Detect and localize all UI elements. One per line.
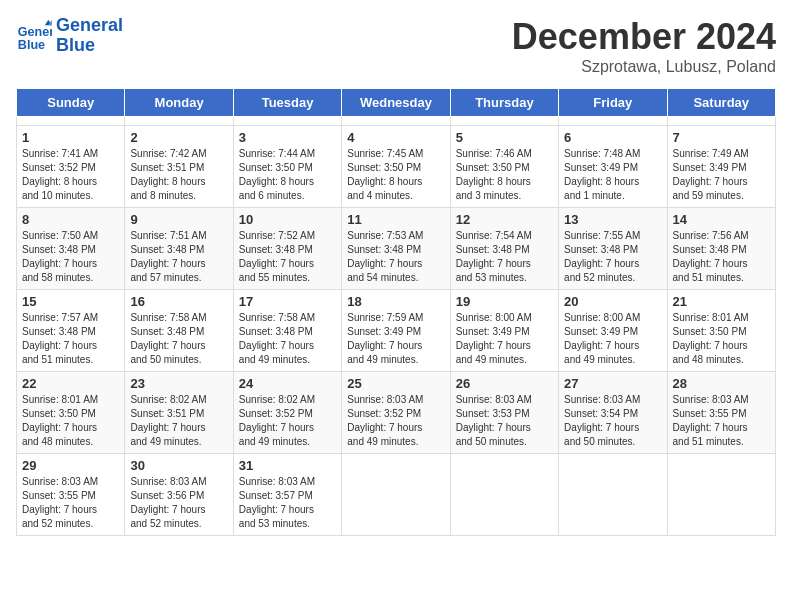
day-info: Sunrise: 7:53 AM Sunset: 3:48 PM Dayligh…: [347, 229, 444, 285]
day-info: Sunrise: 7:48 AM Sunset: 3:49 PM Dayligh…: [564, 147, 661, 203]
calendar-cell: [667, 117, 775, 126]
day-info: Sunrise: 7:51 AM Sunset: 3:48 PM Dayligh…: [130, 229, 227, 285]
day-number: 21: [673, 294, 770, 309]
day-number: 12: [456, 212, 553, 227]
calendar-week-2: 8Sunrise: 7:50 AM Sunset: 3:48 PM Daylig…: [17, 208, 776, 290]
days-header-row: SundayMondayTuesdayWednesdayThursdayFrid…: [17, 89, 776, 117]
calendar-cell: 25Sunrise: 8:03 AM Sunset: 3:52 PM Dayli…: [342, 372, 450, 454]
day-number: 23: [130, 376, 227, 391]
calendar-cell: 6Sunrise: 7:48 AM Sunset: 3:49 PM Daylig…: [559, 126, 667, 208]
calendar-cell: 17Sunrise: 7:58 AM Sunset: 3:48 PM Dayli…: [233, 290, 341, 372]
day-number: 26: [456, 376, 553, 391]
day-info: Sunrise: 8:03 AM Sunset: 3:55 PM Dayligh…: [673, 393, 770, 449]
day-info: Sunrise: 7:59 AM Sunset: 3:49 PM Dayligh…: [347, 311, 444, 367]
svg-text:Blue: Blue: [18, 37, 45, 51]
day-header-thursday: Thursday: [450, 89, 558, 117]
calendar-cell: 12Sunrise: 7:54 AM Sunset: 3:48 PM Dayli…: [450, 208, 558, 290]
calendar-cell: [450, 454, 558, 536]
day-number: 19: [456, 294, 553, 309]
day-info: Sunrise: 7:57 AM Sunset: 3:48 PM Dayligh…: [22, 311, 119, 367]
day-info: Sunrise: 8:02 AM Sunset: 3:52 PM Dayligh…: [239, 393, 336, 449]
calendar-cell: 23Sunrise: 8:02 AM Sunset: 3:51 PM Dayli…: [125, 372, 233, 454]
calendar-cell: 2Sunrise: 7:42 AM Sunset: 3:51 PM Daylig…: [125, 126, 233, 208]
day-info: Sunrise: 7:49 AM Sunset: 3:49 PM Dayligh…: [673, 147, 770, 203]
calendar-cell: 4Sunrise: 7:45 AM Sunset: 3:50 PM Daylig…: [342, 126, 450, 208]
day-number: 25: [347, 376, 444, 391]
calendar-cell: [667, 454, 775, 536]
day-number: 1: [22, 130, 119, 145]
calendar-week-3: 15Sunrise: 7:57 AM Sunset: 3:48 PM Dayli…: [17, 290, 776, 372]
calendar-cell: 15Sunrise: 7:57 AM Sunset: 3:48 PM Dayli…: [17, 290, 125, 372]
day-info: Sunrise: 7:58 AM Sunset: 3:48 PM Dayligh…: [239, 311, 336, 367]
calendar-cell: 16Sunrise: 7:58 AM Sunset: 3:48 PM Dayli…: [125, 290, 233, 372]
day-number: 27: [564, 376, 661, 391]
calendar-cell: 26Sunrise: 8:03 AM Sunset: 3:53 PM Dayli…: [450, 372, 558, 454]
day-number: 16: [130, 294, 227, 309]
calendar-cell: 7Sunrise: 7:49 AM Sunset: 3:49 PM Daylig…: [667, 126, 775, 208]
calendar-cell: 9Sunrise: 7:51 AM Sunset: 3:48 PM Daylig…: [125, 208, 233, 290]
day-info: Sunrise: 7:44 AM Sunset: 3:50 PM Dayligh…: [239, 147, 336, 203]
day-number: 8: [22, 212, 119, 227]
day-info: Sunrise: 7:42 AM Sunset: 3:51 PM Dayligh…: [130, 147, 227, 203]
day-info: Sunrise: 8:03 AM Sunset: 3:52 PM Dayligh…: [347, 393, 444, 449]
day-number: 20: [564, 294, 661, 309]
calendar-cell: [233, 117, 341, 126]
day-info: Sunrise: 7:58 AM Sunset: 3:48 PM Dayligh…: [130, 311, 227, 367]
day-number: 6: [564, 130, 661, 145]
title-area: December 2024 Szprotawa, Lubusz, Poland: [512, 16, 776, 76]
calendar-cell: 30Sunrise: 8:03 AM Sunset: 3:56 PM Dayli…: [125, 454, 233, 536]
logo-text: GeneralBlue: [56, 16, 123, 56]
day-info: Sunrise: 8:03 AM Sunset: 3:57 PM Dayligh…: [239, 475, 336, 531]
day-info: Sunrise: 8:03 AM Sunset: 3:55 PM Dayligh…: [22, 475, 119, 531]
day-info: Sunrise: 8:03 AM Sunset: 3:56 PM Dayligh…: [130, 475, 227, 531]
day-info: Sunrise: 7:45 AM Sunset: 3:50 PM Dayligh…: [347, 147, 444, 203]
day-info: Sunrise: 7:56 AM Sunset: 3:48 PM Dayligh…: [673, 229, 770, 285]
calendar-cell: 8Sunrise: 7:50 AM Sunset: 3:48 PM Daylig…: [17, 208, 125, 290]
day-info: Sunrise: 8:03 AM Sunset: 3:53 PM Dayligh…: [456, 393, 553, 449]
day-number: 30: [130, 458, 227, 473]
day-info: Sunrise: 8:01 AM Sunset: 3:50 PM Dayligh…: [673, 311, 770, 367]
day-number: 15: [22, 294, 119, 309]
day-info: Sunrise: 8:02 AM Sunset: 3:51 PM Dayligh…: [130, 393, 227, 449]
day-info: Sunrise: 8:01 AM Sunset: 3:50 PM Dayligh…: [22, 393, 119, 449]
day-number: 13: [564, 212, 661, 227]
calendar-cell: 29Sunrise: 8:03 AM Sunset: 3:55 PM Dayli…: [17, 454, 125, 536]
calendar-week-5: 29Sunrise: 8:03 AM Sunset: 3:55 PM Dayli…: [17, 454, 776, 536]
day-info: Sunrise: 8:00 AM Sunset: 3:49 PM Dayligh…: [564, 311, 661, 367]
day-number: 2: [130, 130, 227, 145]
day-info: Sunrise: 8:03 AM Sunset: 3:54 PM Dayligh…: [564, 393, 661, 449]
day-number: 31: [239, 458, 336, 473]
day-info: Sunrise: 7:52 AM Sunset: 3:48 PM Dayligh…: [239, 229, 336, 285]
day-number: 28: [673, 376, 770, 391]
day-header-monday: Monday: [125, 89, 233, 117]
day-header-tuesday: Tuesday: [233, 89, 341, 117]
calendar-week-1: 1Sunrise: 7:41 AM Sunset: 3:52 PM Daylig…: [17, 126, 776, 208]
calendar-cell: 13Sunrise: 7:55 AM Sunset: 3:48 PM Dayli…: [559, 208, 667, 290]
logo: General Blue GeneralBlue: [16, 16, 123, 56]
calendar-cell: 10Sunrise: 7:52 AM Sunset: 3:48 PM Dayli…: [233, 208, 341, 290]
calendar-cell: 20Sunrise: 8:00 AM Sunset: 3:49 PM Dayli…: [559, 290, 667, 372]
calendar-week-4: 22Sunrise: 8:01 AM Sunset: 3:50 PM Dayli…: [17, 372, 776, 454]
calendar-cell: 28Sunrise: 8:03 AM Sunset: 3:55 PM Dayli…: [667, 372, 775, 454]
calendar-cell: [559, 117, 667, 126]
calendar-cell: 31Sunrise: 8:03 AM Sunset: 3:57 PM Dayli…: [233, 454, 341, 536]
calendar-table: SundayMondayTuesdayWednesdayThursdayFrid…: [16, 88, 776, 536]
day-number: 7: [673, 130, 770, 145]
day-number: 29: [22, 458, 119, 473]
day-info: Sunrise: 8:00 AM Sunset: 3:49 PM Dayligh…: [456, 311, 553, 367]
day-header-friday: Friday: [559, 89, 667, 117]
calendar-cell: 18Sunrise: 7:59 AM Sunset: 3:49 PM Dayli…: [342, 290, 450, 372]
day-number: 10: [239, 212, 336, 227]
day-number: 17: [239, 294, 336, 309]
calendar-cell: 5Sunrise: 7:46 AM Sunset: 3:50 PM Daylig…: [450, 126, 558, 208]
location-subtitle: Szprotawa, Lubusz, Poland: [512, 58, 776, 76]
calendar-cell: 11Sunrise: 7:53 AM Sunset: 3:48 PM Dayli…: [342, 208, 450, 290]
day-number: 24: [239, 376, 336, 391]
calendar-cell: 14Sunrise: 7:56 AM Sunset: 3:48 PM Dayli…: [667, 208, 775, 290]
day-number: 11: [347, 212, 444, 227]
day-number: 22: [22, 376, 119, 391]
day-header-wednesday: Wednesday: [342, 89, 450, 117]
day-number: 18: [347, 294, 444, 309]
calendar-cell: 21Sunrise: 8:01 AM Sunset: 3:50 PM Dayli…: [667, 290, 775, 372]
calendar-cell: [125, 117, 233, 126]
